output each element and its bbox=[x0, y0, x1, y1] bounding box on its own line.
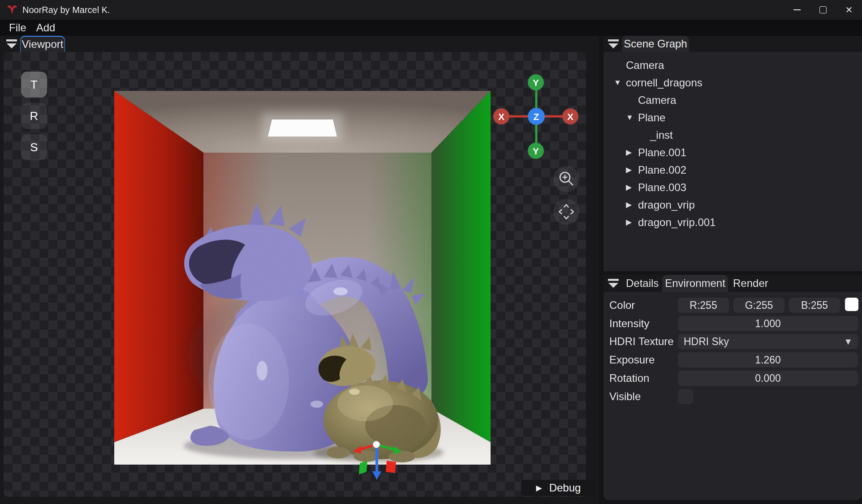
tool-translate-label: T bbox=[30, 78, 38, 92]
close-icon: ✕ bbox=[845, 5, 853, 14]
hdri-texture-label: HDRI Texture bbox=[609, 333, 674, 350]
color-g-field[interactable]: G:255 bbox=[733, 298, 784, 313]
zoom-button[interactable] bbox=[553, 166, 579, 192]
window-title: NoorRay by Marcel K. bbox=[22, 5, 110, 15]
exposure-label: Exposure bbox=[609, 351, 655, 369]
color-r-field[interactable]: R:255 bbox=[678, 298, 729, 313]
tool-scale-button[interactable]: S bbox=[21, 134, 47, 160]
minimize-button[interactable] bbox=[784, 0, 810, 20]
details-tab-strip: Details Environment Render bbox=[603, 275, 862, 292]
tool-scale-label: S bbox=[30, 141, 38, 154]
gizmo-axis-x-negative[interactable]: X bbox=[493, 108, 509, 124]
tree-arrow-icon: ▶ bbox=[626, 165, 638, 175]
rotation-field[interactable]: 0.000 bbox=[678, 371, 858, 386]
viewport-tab-strip: Viewport bbox=[0, 36, 599, 52]
property-row-rotation: Rotation 0.000 bbox=[603, 369, 862, 387]
viewport-panel: Viewport bbox=[0, 36, 599, 504]
tree-arrow-icon: ▶ bbox=[626, 148, 638, 157]
tree-node-camera[interactable]: Camera bbox=[603, 56, 862, 74]
app-logo-dragon-icon bbox=[6, 4, 18, 16]
tree-node-plane-003[interactable]: ▶Plane.003 bbox=[603, 179, 862, 196]
maximize-icon bbox=[819, 6, 827, 13]
tree-node-camera-child[interactable]: Camera bbox=[603, 91, 862, 109]
gizmo-axis-z[interactable]: Z bbox=[528, 108, 545, 125]
color-b-field[interactable]: B:255 bbox=[789, 298, 840, 313]
tree-arrow-icon: ▶ bbox=[626, 218, 638, 227]
svg-text:X: X bbox=[567, 111, 573, 122]
debug-button[interactable]: ▶ Debug bbox=[521, 480, 596, 496]
panel-menu-icon[interactable] bbox=[6, 39, 17, 48]
intensity-label: Intensity bbox=[609, 315, 649, 333]
tree-node-plane-002[interactable]: ▶Plane.002 bbox=[603, 161, 862, 179]
right-panel: Scene Graph Camera ▼cornell_dragons Came… bbox=[603, 36, 862, 504]
rotation-label: Rotation bbox=[609, 369, 649, 387]
tab-viewport[interactable]: Viewport bbox=[20, 36, 65, 52]
tree-arrow-icon: ▶ bbox=[626, 183, 638, 192]
menu-add[interactable]: Add bbox=[35, 21, 56, 34]
scene-graph-tab-strip: Scene Graph bbox=[603, 36, 862, 52]
gizmo-axis-y-negative[interactable]: Y bbox=[528, 143, 544, 159]
tree-node-dragon-vrip-001[interactable]: ▶dragon_vrip.001 bbox=[603, 214, 862, 231]
tool-translate-button[interactable]: T bbox=[21, 72, 47, 98]
scene-graph-tree: Camera ▼cornell_dragons Camera ▼Plane _i… bbox=[603, 52, 862, 271]
color-label: Color bbox=[609, 296, 635, 314]
tool-rotate-button[interactable]: R bbox=[21, 103, 47, 129]
axis-nav-gizmo[interactable]: Y Y X X Z bbox=[493, 74, 580, 161]
viewport-tab-label: Viewport bbox=[22, 38, 64, 51]
tree-arrow-icon: ▼ bbox=[626, 113, 638, 122]
visible-label: Visible bbox=[609, 388, 641, 406]
property-row-intensity: Intensity 1.000 bbox=[603, 315, 862, 333]
panel-menu-icon[interactable] bbox=[608, 279, 619, 288]
exposure-field[interactable]: 1.260 bbox=[678, 352, 858, 367]
scene-graph-tab-label: Scene Graph bbox=[624, 38, 687, 50]
tree-node-plane[interactable]: ▼Plane bbox=[603, 109, 862, 126]
maximize-button[interactable] bbox=[810, 0, 836, 20]
chevron-down-icon: ▼ bbox=[844, 337, 853, 347]
svg-text:Z: Z bbox=[534, 111, 539, 122]
menu-bar: File Add bbox=[0, 20, 862, 36]
debug-button-label: Debug bbox=[549, 482, 581, 494]
tab-scene-graph[interactable]: Scene Graph bbox=[622, 36, 689, 52]
play-icon: ▶ bbox=[536, 483, 542, 493]
tree-node-plane-001[interactable]: ▶Plane.001 bbox=[603, 144, 862, 161]
panel-menu-icon[interactable] bbox=[608, 39, 619, 48]
minimize-icon bbox=[793, 9, 801, 10]
visible-checkbox[interactable] bbox=[678, 389, 693, 404]
pan-arrows-icon bbox=[556, 201, 577, 222]
tree-node-inst[interactable]: _inst bbox=[603, 126, 862, 144]
svg-text:X: X bbox=[498, 111, 504, 122]
property-row-exposure: Exposure 1.260 bbox=[603, 351, 862, 369]
svg-text:Y: Y bbox=[533, 77, 539, 88]
property-row-visible: Visible bbox=[603, 388, 862, 406]
environment-properties: Color R:255 G:255 B:255 Intensity 1.000 … bbox=[603, 292, 862, 500]
tree-node-dragon-vrip[interactable]: ▶dragon_vrip bbox=[603, 196, 862, 214]
app-window: NoorRay by Marcel K. ✕ File Add Viewport bbox=[0, 0, 862, 504]
gizmo-axis-y-positive[interactable]: Y bbox=[528, 74, 544, 90]
property-row-color: Color R:255 G:255 B:255 bbox=[603, 296, 862, 314]
tree-arrow-icon: ▼ bbox=[614, 78, 626, 87]
gizmo-axis-x-positive[interactable]: X bbox=[562, 108, 578, 124]
close-button[interactable]: ✕ bbox=[836, 0, 862, 20]
menu-file[interactable]: File bbox=[8, 21, 27, 34]
tab-details[interactable]: Details bbox=[626, 275, 659, 292]
svg-text:Y: Y bbox=[533, 146, 539, 156]
property-row-hdri-texture: HDRI Texture HDRI Sky ▼ bbox=[603, 333, 862, 350]
tool-rotate-label: R bbox=[30, 109, 39, 123]
render-image[interactable] bbox=[114, 91, 491, 465]
color-swatch[interactable] bbox=[845, 298, 858, 311]
pan-button[interactable] bbox=[553, 199, 579, 225]
tab-render[interactable]: Render bbox=[733, 275, 768, 292]
intensity-field[interactable]: 1.000 bbox=[678, 316, 858, 331]
title-bar: NoorRay by Marcel K. ✕ bbox=[0, 0, 862, 20]
tab-environment[interactable]: Environment bbox=[662, 275, 728, 292]
translate-gizmo[interactable] bbox=[345, 425, 408, 483]
hdri-texture-dropdown[interactable]: HDRI Sky ▼ bbox=[678, 334, 858, 349]
tree-arrow-icon: ▶ bbox=[626, 200, 638, 209]
tree-node-cornell-dragons[interactable]: ▼cornell_dragons bbox=[603, 74, 862, 91]
magnifier-plus-icon bbox=[556, 169, 577, 189]
